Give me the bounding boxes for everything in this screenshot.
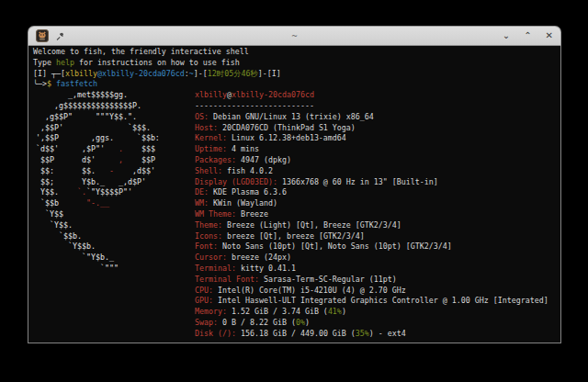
fastfetch-info-line: Icons: breeze [Qt], breeze [GTK2/3/4]	[195, 231, 560, 242]
fastfetch-info-line: Packages: 4947 (dpkg)	[195, 155, 560, 166]
window-title: ~	[28, 31, 560, 41]
fastfetch-info-line: xlbilly@xlbilly-20cda076cd	[195, 90, 560, 101]
fastfetch-output: _,met$$$$$gg. ,g$$$$$$$$$$$$$$$P. ,g$$P"…	[33, 90, 560, 339]
fastfetch-info-line: Memory: 1.52 GiB / 3.74 GiB (41%)	[195, 307, 560, 318]
terminal-line: ╰─>$ fastfetch	[33, 79, 560, 90]
terminal-viewport[interactable]: Welcome to fish, the friendly interactiv…	[28, 46, 561, 343]
fastfetch-info: xlbilly@xlbilly-20cda076cd--------------…	[195, 90, 560, 339]
window-titlebar[interactable]: ~ ⌄ ⌃ ✕	[28, 26, 561, 46]
pin-icon	[55, 31, 65, 41]
fastfetch-info-line: CPU: Intel(R) Core(TM) i5-4210U (4) @ 2.…	[195, 286, 560, 297]
fastfetch-info-line: Theme: Breeze (Light) [Qt], Breeze [GTK2…	[195, 220, 560, 231]
terminal-line: Welcome to fish, the friendly interactiv…	[33, 47, 560, 58]
fastfetch-info-line: Cursor: breeze (24px)	[195, 253, 560, 264]
fastfetch-info-line: WM: KWin (Wayland)	[195, 198, 560, 209]
debian-ascii-logo: _,met$$$$$gg. ,g$$$$$$$$$$$$$$$P. ,g$$P"…	[33, 90, 195, 275]
fastfetch-info-line: Swap: 0 B / 8.22 GiB (0%)	[195, 318, 560, 329]
fastfetch-info-line: Shell: fish 4.0.2	[195, 166, 560, 177]
fastfetch-info-line: GPU: Intel Haswell-ULT Integrated Graphi…	[195, 296, 560, 307]
fastfetch-info-line: WM Theme: Breeze	[195, 209, 560, 220]
maximize-button[interactable]: ⌃	[524, 31, 531, 40]
fastfetch-info-line: Terminal: kitty 0.41.1	[195, 264, 560, 275]
shell-greeting-and-prompt: Welcome to fish, the friendly interactiv…	[33, 47, 560, 90]
minimize-button[interactable]: ⌄	[503, 31, 510, 40]
fastfetch-info-line: OS: Debian GNU/Linux 13 (trixie) x86_64	[195, 112, 560, 123]
terminal-window: ~ ⌄ ⌃ ✕ Welcome to fish, the friendly in…	[28, 26, 561, 343]
kitty-app-icon	[36, 29, 49, 42]
terminal-line: Type help for instructions on how to use…	[33, 58, 560, 69]
fastfetch-info-line: Disk (/): 156.18 GiB / 449.00 GiB (35%) …	[195, 329, 560, 340]
fastfetch-info-line: --------------------------	[195, 101, 560, 112]
fastfetch-info-line: Terminal Font: Sarasa-Term-SC-Regular (1…	[195, 275, 560, 286]
fastfetch-info-line: Host: 20CDA076CD (ThinkPad S1 Yoga)	[195, 123, 560, 134]
fastfetch-info-line: Kernel: Linux 6.12.38+deb13-amd64	[195, 133, 560, 144]
fastfetch-info-line: DE: KDE Plasma 6.3.6	[195, 187, 560, 198]
fastfetch-info-line: Uptime: 4 mins	[195, 144, 560, 155]
fastfetch-info-line: Font: Noto Sans (10pt) [Qt], Noto Sans (…	[195, 242, 560, 253]
fastfetch-info-line: Display (LGD03ED): 1366x768 @ 60 Hz in 1…	[195, 177, 560, 188]
terminal-line: [I] ┬─[xlbilly@xlbilly-20cda076cd:~]-[12…	[33, 69, 560, 80]
close-button[interactable]: ✕	[546, 31, 553, 40]
